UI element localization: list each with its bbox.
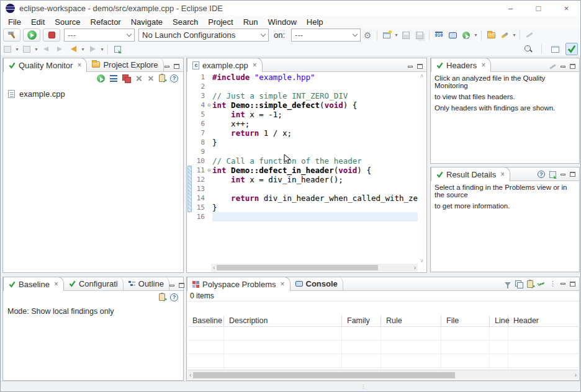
maximize-view-button[interactable]: [570, 172, 575, 177]
problems-horizontal-scrollbar[interactable]: ‹ ›: [187, 370, 579, 380]
code-line-7[interactable]: 7 return 1 / x;: [187, 128, 418, 138]
close-icon[interactable]: ×: [54, 280, 58, 288]
clear-icon[interactable]: [549, 64, 556, 69]
minimize-view-button[interactable]: [561, 174, 565, 176]
scroll-right-icon[interactable]: ›: [412, 264, 418, 271]
code-line-8[interactable]: 8}: [187, 138, 418, 147]
console-view-button[interactable]: [446, 29, 459, 42]
launch-target-combo[interactable]: ---: [291, 29, 361, 42]
annotate-button[interactable]: [523, 29, 536, 42]
forward-dropdown[interactable]: ▾: [99, 47, 105, 52]
code-line-9[interactable]: 9: [187, 147, 418, 156]
run-button[interactable]: [23, 29, 40, 42]
copy-icon[interactable]: [515, 280, 523, 288]
back-button[interactable]: [66, 43, 80, 56]
back-history-disabled-button[interactable]: [39, 43, 53, 56]
help-icon[interactable]: ?: [170, 74, 178, 82]
stop-button[interactable]: [43, 29, 60, 42]
maximize-view-button[interactable]: [174, 64, 179, 69]
menu-file[interactable]: File: [3, 17, 26, 27]
menu-help[interactable]: Help: [302, 17, 328, 27]
code-line-4[interactable]: 4⊖int Demo::simple_defect(void) {: [187, 100, 418, 110]
tab-baseline[interactable]: Baseline ×: [3, 277, 64, 291]
menu-navigate[interactable]: Navigate: [126, 17, 168, 27]
load-baseline-icon[interactable]: [159, 293, 165, 301]
editor-vertical-scrollbar[interactable]: ∧ ∨: [418, 73, 426, 264]
code-line-13[interactable]: 13: [187, 184, 418, 194]
code-line-12[interactable]: 12 int x = div_in_header();: [187, 175, 418, 184]
minimize-editor-button[interactable]: [408, 66, 413, 68]
prev-annotation-dropdown[interactable]: ▾: [34, 47, 39, 52]
coverage-dropdown[interactable]: ▾: [473, 32, 479, 38]
prev-annotation-button[interactable]: [20, 43, 34, 56]
open-task-button[interactable]: [484, 29, 498, 42]
search-button[interactable]: [521, 43, 535, 56]
remove-icon[interactable]: [135, 75, 142, 82]
tab-polyspace-problems[interactable]: Polyspace Problems ×: [187, 277, 290, 291]
minimize-view-button[interactable]: [561, 283, 565, 285]
help-icon[interactable]: ?: [538, 171, 545, 178]
code-line-2[interactable]: 2: [187, 82, 418, 91]
forward-button[interactable]: [86, 43, 99, 56]
polyspace-perspective-button[interactable]: [565, 43, 578, 55]
save-button[interactable]: [399, 29, 413, 42]
coverage-button[interactable]: [459, 29, 473, 42]
minimize-view-button[interactable]: [169, 285, 174, 287]
code-line-6[interactable]: 6 x++;: [187, 119, 418, 128]
maximize-view-button[interactable]: [570, 64, 575, 69]
launch-mode-dropdown[interactable]: ▾: [511, 32, 517, 38]
scroll-left-icon[interactable]: ‹: [187, 372, 193, 378]
tab-quality-monitor[interactable]: Quality Monitor ×: [3, 58, 87, 72]
close-icon[interactable]: ×: [281, 280, 285, 288]
close-window-button[interactable]: ×: [552, 1, 580, 16]
fold-marker-icon[interactable]: ⊖: [206, 166, 212, 175]
close-icon[interactable]: ×: [253, 61, 257, 69]
code-line-15[interactable]: 15}: [187, 203, 418, 212]
close-icon[interactable]: ×: [500, 170, 505, 179]
minimize-view-button[interactable]: [164, 66, 169, 68]
scroll-left-icon[interactable]: ‹: [211, 264, 217, 271]
sash-handle[interactable]: ⋮: [361, 383, 366, 390]
next-annotation-dropdown[interactable]: ▾: [14, 47, 20, 52]
tab-console[interactable]: Console: [290, 277, 343, 290]
menu-run[interactable]: Run: [238, 17, 263, 27]
back-dropdown[interactable]: ▾: [80, 47, 86, 52]
tab-editor-example-cpp[interactable]: example.cpp ×: [187, 58, 263, 72]
save-all-button[interactable]: [413, 29, 426, 42]
editor-horizontal-scrollbar[interactable]: ‹ ›: [211, 264, 418, 272]
column-header-file[interactable]: File: [441, 316, 490, 326]
tab-headers[interactable]: Headers ×: [431, 58, 491, 72]
import-results-icon[interactable]: [159, 74, 165, 82]
next-annotation-button[interactable]: [1, 43, 14, 56]
fold-marker-icon[interactable]: ⊖: [206, 100, 212, 110]
tab-project-explorer[interactable]: Project Explore: [87, 58, 163, 71]
column-header-line[interactable]: Line: [490, 316, 508, 326]
code-line-5[interactable]: 5 int x = -1;: [187, 110, 418, 119]
filter-icon[interactable]: [505, 282, 511, 286]
scrollbar-thumb[interactable]: [217, 265, 378, 270]
build-config-combo[interactable]: ---: [64, 29, 135, 42]
tab-configuration[interactable]: Configurati: [64, 277, 124, 290]
code-editor[interactable]: 1#include "example.hpp"23// Just a simpl…: [187, 73, 426, 272]
run-analysis-icon[interactable]: [97, 74, 105, 82]
code-line-3[interactable]: 3// Just a simple INT_ZERO_DIV: [187, 91, 418, 100]
menu-edit[interactable]: Edit: [26, 17, 50, 27]
code-line-10[interactable]: 10// Call a function of the header: [187, 156, 418, 166]
column-header-header[interactable]: Header: [508, 316, 579, 326]
maximize-window-button[interactable]: □: [525, 1, 552, 16]
share-icon[interactable]: [538, 280, 545, 288]
launch-config-combo[interactable]: No Launch Configurations: [138, 29, 269, 42]
tab-outline[interactable]: Outline: [124, 277, 169, 290]
column-header-baseline[interactable]: Baseline: [187, 316, 224, 326]
menu-window[interactable]: Window: [263, 17, 302, 27]
menu-search[interactable]: Search: [168, 17, 203, 27]
binary-view-button[interactable]: 010: [432, 29, 446, 42]
maximize-view-button[interactable]: [570, 282, 575, 287]
open-perspective-button[interactable]: [548, 43, 562, 56]
code-area[interactable]: 1#include "example.hpp"23// Just a simpl…: [187, 73, 418, 264]
scroll-right-icon[interactable]: ›: [573, 372, 579, 378]
run-options-icon[interactable]: [110, 75, 117, 82]
code-line-16[interactable]: 16: [187, 212, 418, 221]
problems-table[interactable]: BaselineDescriptionFamilyRuleFileLineHea…: [187, 316, 579, 370]
forward-history-disabled-button[interactable]: [53, 43, 66, 56]
